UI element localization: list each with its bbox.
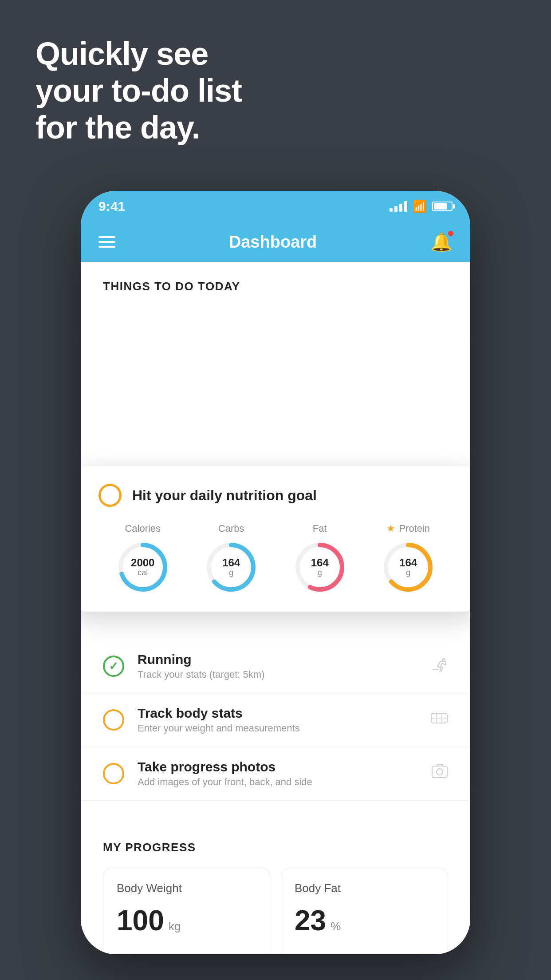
body-weight-unit: kg — [169, 920, 181, 933]
my-progress-header: MY PROGRESS — [103, 841, 448, 854]
body-weight-value: 100 — [117, 904, 164, 937]
body-fat-card[interactable]: Body Fat 23 % — [281, 868, 448, 954]
running-text: Running Track your stats (target: 5km) — [138, 652, 417, 680]
protein-label: Protein — [399, 523, 430, 534]
fat-label: Fat — [313, 523, 327, 534]
nutrition-status-circle[interactable] — [98, 484, 122, 507]
status-icons: 📶 — [390, 200, 453, 213]
star-icon: ★ — [386, 523, 395, 534]
my-progress-section: MY PROGRESS Body Weight 100 kg — [81, 818, 470, 954]
notification-bell-button[interactable]: 🔔 — [430, 232, 453, 253]
nutrition-circles: Calories 2000 cal Carbs — [98, 523, 453, 594]
nutrition-card: Hit your daily nutrition goal Calories 2… — [81, 466, 470, 612]
protein-label-row: ★ Protein — [386, 523, 430, 534]
nav-title: Dashboard — [229, 233, 317, 252]
body-stats-status-circle[interactable] — [103, 709, 124, 731]
photos-status-circle[interactable] — [103, 763, 124, 784]
hero-line3: for the day. — [35, 109, 242, 146]
running-icon — [430, 658, 448, 675]
hero-line2: your to-do list — [35, 72, 242, 109]
body-weight-title: Body Weight — [117, 881, 256, 895]
protein-item: ★ Protein 164 g — [382, 523, 435, 594]
body-weight-value-row: 100 kg — [117, 904, 256, 937]
body-fat-chart — [281, 946, 448, 954]
calories-label: Calories — [125, 523, 161, 534]
svg-point-14 — [437, 769, 443, 775]
carbs-value: 164 — [222, 557, 240, 569]
hero-text: Quickly see your to-do list for the day. — [35, 36, 242, 146]
hamburger-menu-button[interactable] — [98, 236, 115, 248]
phone-mockup: 9:41 📶 Dashboard 🔔 THINGS TO DO TOD — [81, 191, 470, 954]
nutrition-card-title: Hit your daily nutrition goal — [132, 487, 317, 504]
calories-item: Calories 2000 cal — [116, 523, 169, 594]
protein-unit: g — [399, 569, 417, 577]
nav-bar: Dashboard 🔔 — [81, 222, 470, 262]
svg-rect-13 — [432, 766, 447, 778]
todo-list: ✓ Running Track your stats (target: 5km) — [81, 640, 470, 954]
phone-content: THINGS TO DO TODAY Hit your daily nutrit… — [81, 262, 470, 954]
photos-title: Take progress photos — [138, 759, 418, 775]
things-to-do-header: THINGS TO DO TODAY — [81, 262, 470, 302]
progress-cards: Body Weight 100 kg — [103, 868, 448, 954]
hero-line1: Quickly see — [35, 36, 242, 72]
body-fat-unit: % — [331, 920, 341, 933]
calories-value: 2000 — [131, 557, 154, 569]
carbs-item: Carbs 164 g — [205, 523, 258, 594]
status-time: 9:41 — [98, 199, 125, 214]
photos-icon — [431, 763, 448, 784]
photos-subtitle: Add images of your front, back, and side — [138, 776, 418, 788]
photos-text: Take progress photos Add images of your … — [138, 759, 418, 788]
carbs-unit: g — [222, 569, 240, 577]
body-fat-value-row: 23 % — [295, 904, 434, 937]
body-stats-text: Track body stats Enter your weight and m… — [138, 706, 417, 734]
body-fat-value: 23 — [295, 904, 326, 937]
wifi-icon: 📶 — [413, 200, 427, 213]
body-weight-card[interactable]: Body Weight 100 kg — [103, 868, 270, 954]
running-subtitle: Track your stats (target: 5km) — [138, 669, 417, 680]
svg-point-8 — [442, 659, 445, 661]
body-stats-icon — [430, 711, 448, 729]
running-title: Running — [138, 652, 417, 667]
fat-value: 164 — [311, 557, 329, 569]
list-item[interactable]: ✓ Running Track your stats (target: 5km) — [81, 640, 470, 693]
status-bar: 9:41 📶 — [81, 191, 470, 222]
card-title-row: Hit your daily nutrition goal — [98, 484, 453, 507]
calories-unit: cal — [131, 569, 154, 577]
list-item[interactable]: Take progress photos Add images of your … — [81, 747, 470, 801]
carbs-ring: 164 g — [205, 541, 258, 594]
carbs-label: Carbs — [218, 523, 244, 534]
running-status-circle[interactable]: ✓ — [103, 656, 124, 677]
protein-value: 164 — [399, 557, 417, 569]
body-stats-title: Track body stats — [138, 706, 417, 721]
fat-ring: 164 g — [293, 541, 346, 594]
fat-item: Fat 164 g — [293, 523, 346, 594]
body-weight-chart — [103, 946, 270, 954]
calories-ring: 2000 cal — [116, 541, 169, 594]
body-fat-title: Body Fat — [295, 881, 434, 895]
list-item[interactable]: Track body stats Enter your weight and m… — [81, 693, 470, 747]
body-stats-subtitle: Enter your weight and measurements — [138, 723, 417, 734]
signal-icon — [390, 201, 407, 212]
fat-unit: g — [311, 569, 329, 577]
protein-ring: 164 g — [382, 541, 435, 594]
battery-icon — [432, 202, 453, 211]
notification-badge — [447, 230, 454, 237]
